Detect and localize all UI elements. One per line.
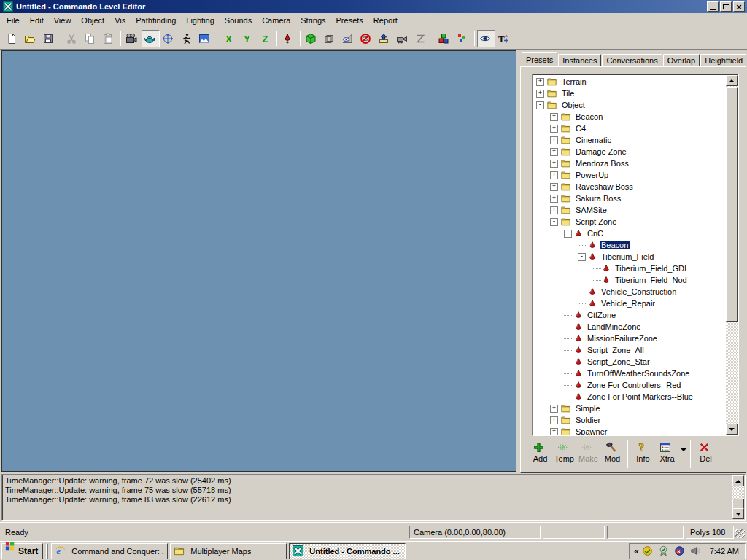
task-multiplayer-maps[interactable]: Multiplayer Maps — [170, 543, 287, 559]
red-spinner-button[interactable] — [279, 30, 298, 47]
tree-item-missionfailurezone[interactable]: MissionFailureZone — [534, 332, 725, 344]
tray-clock[interactable]: 7:42 AM — [710, 547, 739, 556]
eye-button[interactable] — [477, 30, 495, 47]
solid-cube-button[interactable] — [303, 30, 321, 47]
letter-y-button[interactable]: Y — [238, 30, 256, 47]
tree-item-zone-for-controllers-red[interactable]: Zone For Controllers--Red — [534, 379, 725, 391]
rgb-cubes-button[interactable] — [436, 30, 454, 47]
page-up-arrow-button[interactable] — [376, 30, 394, 47]
viewport-canvas[interactable] — [1, 50, 516, 472]
menu-sounds[interactable]: Sounds — [220, 15, 257, 26]
expand-toggle[interactable] — [550, 148, 558, 156]
tree-item-cinematic[interactable]: Cinematic — [534, 134, 725, 146]
collapse-toggle[interactable] — [578, 253, 586, 261]
tree-item-ctfzone[interactable]: CtfZone — [534, 309, 725, 321]
paste-clipboard-button[interactable] — [100, 30, 118, 47]
expand-toggle[interactable] — [550, 136, 558, 144]
tree-item-object[interactable]: Object — [534, 99, 725, 111]
expand-toggle[interactable] — [550, 428, 558, 436]
tree-item-script-zone[interactable]: Script Zone — [534, 216, 725, 228]
letter-x-button[interactable]: X — [220, 30, 238, 47]
expand-toggle[interactable] — [550, 206, 558, 214]
movie-camera-button[interactable] — [123, 30, 142, 47]
menu-report[interactable]: Report — [368, 15, 403, 26]
tree-item-tiberium-field[interactable]: Tiberium_Field — [534, 251, 725, 262]
menu-presets[interactable]: Presets — [331, 15, 368, 26]
mod-button[interactable]: Mod — [600, 439, 624, 463]
tree-item-tiberium-field-gdi[interactable]: Tiberium_Field_GDI — [534, 262, 725, 274]
tree-item-simple[interactable]: Simple — [534, 402, 725, 414]
scroll-up-button[interactable] — [726, 75, 738, 86]
scroll-up-button[interactable] — [732, 475, 744, 486]
tree-item-beacon[interactable]: Beacon — [534, 111, 725, 122]
z-outline-button[interactable] — [412, 30, 430, 47]
tree-item-damage-zone[interactable]: Damage Zone — [534, 146, 725, 158]
xtra-dropdown-button[interactable] — [679, 443, 687, 456]
dolly-camera-button[interactable] — [394, 30, 412, 47]
expand-toggle[interactable] — [536, 90, 544, 98]
tree-item-soldier[interactable]: Soldier — [534, 414, 725, 426]
collapse-toggle[interactable] — [550, 218, 558, 226]
tree-item-powerup[interactable]: PowerUp — [534, 169, 725, 181]
tree-item-sakura-boss[interactable]: Sakura Boss — [534, 192, 725, 204]
expand-toggle[interactable] — [550, 195, 558, 203]
tree-item-tiberium-field-nod[interactable]: Tiberium_Field_Nod — [534, 274, 725, 286]
copy-pages-button[interactable] — [82, 30, 100, 47]
info-button[interactable]: ?Info — [631, 439, 655, 463]
menu-edit[interactable]: Edit — [25, 15, 49, 26]
rgb-dots-button[interactable] — [454, 30, 472, 47]
badge-check-icon[interactable] — [658, 545, 669, 556]
tree-item-landminezone[interactable]: LandMineZone — [534, 321, 725, 332]
running-man-button[interactable] — [178, 30, 196, 47]
tree-item-beacon[interactable]: Beacon — [534, 239, 725, 251]
minimize-button[interactable] — [707, 1, 719, 12]
menu-view[interactable]: View — [49, 15, 77, 26]
make-button[interactable]: Make — [576, 439, 600, 463]
tree-item-raveshaw-boss[interactable]: Raveshaw Boss — [534, 181, 725, 192]
resize-grip[interactable] — [735, 529, 745, 538]
axis-gizmo-button[interactable] — [160, 30, 178, 47]
text-format-button[interactable]: T — [495, 30, 514, 47]
tab-conversations[interactable]: Conversations — [602, 54, 662, 66]
tree-item-c4[interactable]: C4 — [534, 122, 725, 134]
tree-item-mendoza-boss[interactable]: Mendoza Boss — [534, 158, 725, 169]
tree-item-script-zone-star[interactable]: Script_Zone_Star — [534, 356, 725, 368]
open-folder-button[interactable] — [22, 30, 40, 47]
scroll-down-button[interactable] — [732, 508, 744, 519]
task-command-and-conquer[interactable]: eCommand and Conquer: ... — [51, 543, 168, 559]
scroll-thumb[interactable] — [732, 499, 744, 509]
tree-item-zone-for-point-markers-blue[interactable]: Zone For Point Markers--Blue — [534, 391, 725, 402]
tree-item-spawner[interactable]: Spawner — [534, 426, 725, 435]
clock-check-icon[interactable] — [642, 545, 653, 556]
speaker-icon[interactable] — [690, 545, 701, 556]
tree-item-vehicle-repair[interactable]: Vehicle_Repair — [534, 298, 725, 309]
task-untitled-commando[interactable]: Untitled - Commando ... — [289, 543, 406, 559]
menu-camera[interactable]: Camera — [257, 15, 295, 26]
tree-item-turnoffweathersoundszone[interactable]: TurnOffWeatherSoundsZone — [534, 368, 725, 379]
expand-toggle[interactable] — [550, 183, 558, 191]
expand-toggle[interactable] — [550, 125, 558, 133]
scroll-down-button[interactable] — [726, 424, 738, 435]
menu-strings[interactable]: Strings — [295, 15, 330, 26]
tree-scrollbar[interactable] — [726, 75, 738, 435]
start-button[interactable]: Start — [1, 543, 43, 559]
tree-item-script-zone-all[interactable]: Script_Zone_All — [534, 344, 725, 356]
shield-ball-icon[interactable] — [674, 545, 685, 556]
tab-instances[interactable]: Instances — [558, 54, 601, 66]
menu-file[interactable]: File — [1, 15, 25, 26]
expand-toggle[interactable] — [550, 113, 558, 121]
scroll-thumb[interactable] — [726, 87, 738, 322]
wireframe-cube-button[interactable] — [321, 30, 339, 47]
expand-toggle[interactable] — [550, 171, 558, 179]
collapse-toggle[interactable] — [536, 101, 544, 109]
menu-object[interactable]: Object — [76, 15, 109, 26]
expand-toggle[interactable] — [550, 405, 558, 413]
save-floppy-button[interactable] — [40, 30, 58, 47]
terrain-mountain-button[interactable] — [196, 30, 214, 47]
vis-eye-wedge-button[interactable] — [339, 30, 357, 47]
menu-lighting[interactable]: Lighting — [181, 15, 220, 26]
cut-scissors-button[interactable] — [63, 30, 82, 47]
tray-chevron-button[interactable]: « — [634, 546, 639, 556]
no-vis-sign-button[interactable] — [357, 30, 376, 47]
add-button[interactable]: Add — [528, 439, 552, 463]
